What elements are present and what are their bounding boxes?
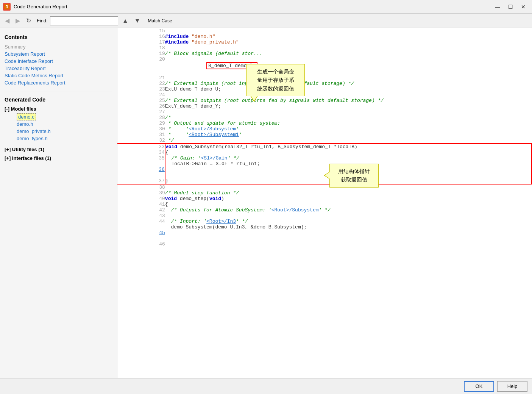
line-number: 27: [117, 109, 165, 115]
line-code: [165, 75, 532, 81]
root-subsystem1-link[interactable]: <Root>/Subsystem1: [189, 132, 239, 138]
table-row: 27: [117, 109, 532, 115]
table-row: 23 ExtU_demo_T demo_U;: [117, 86, 532, 92]
line-code: /* Inport: '<Root>/In3' */: [165, 219, 532, 224]
line-code: * Output and update for atomic system:: [165, 120, 532, 126]
sidebar-item-code-interface[interactable]: Code Interface Report: [5, 58, 112, 64]
line-code: B_demo_T demo_B;: [165, 56, 532, 75]
line-code: {: [165, 150, 532, 155]
line-code: /* Outputs for Atomic SubSystem: '<Root>…: [165, 207, 532, 213]
window-controls: — ☐ ✕: [492, 2, 529, 11]
line-code: [165, 92, 532, 98]
table-row: 30 * '<Root>/Subsystem': [117, 126, 532, 132]
table-row: 46: [117, 241, 532, 247]
line-code: demo_Subsystem(demo_U.In3, &demo_B.Subsy…: [165, 224, 532, 241]
line-code: [165, 45, 532, 51]
close-button[interactable]: ✕: [518, 2, 529, 11]
interface-files-label: [+] Interface files (1): [5, 155, 51, 161]
line-number: 17: [117, 39, 165, 45]
line-code: {: [165, 202, 532, 207]
subsystem-report-link[interactable]: Subsystem Report: [5, 51, 45, 57]
table-row: 38: [117, 184, 532, 190]
line-number: 25: [117, 98, 165, 103]
line-number: 31: [117, 132, 165, 138]
sidebar-item-code-replacements[interactable]: Code Replacements Report: [5, 80, 112, 86]
minimize-button[interactable]: —: [492, 2, 503, 11]
maximize-button[interactable]: ☐: [505, 2, 516, 11]
back-button[interactable]: ◀: [3, 16, 11, 25]
line-code: [165, 241, 532, 247]
table-row: 39 /* Model step function */: [117, 190, 532, 196]
line-number: 26: [117, 103, 165, 109]
line-number: 29: [117, 120, 165, 126]
line-number: 39: [117, 190, 165, 196]
demo-private-h-link[interactable]: demo_private.h: [17, 128, 51, 134]
forward-button[interactable]: ▶: [14, 16, 22, 25]
line-number: 18: [117, 45, 165, 51]
table-row: 16 #include "demo.h": [117, 34, 532, 39]
line-code: [165, 109, 532, 115]
find-label: Find:: [37, 18, 48, 23]
root-subsystem-link1[interactable]: <Root>/Subsystem: [189, 126, 236, 132]
help-button[interactable]: Help: [497, 381, 527, 392]
sidebar-item-subsystem[interactable]: Subsystem Report: [5, 51, 112, 57]
table-row: 44 /* Inport: '<Root>/In3' */: [117, 219, 532, 224]
traceability-report-link[interactable]: Traceability Report: [5, 66, 46, 71]
line-36-link[interactable]: 36: [159, 167, 165, 172]
summary-label: Summary: [5, 44, 26, 50]
find-up-button[interactable]: ▲: [120, 16, 130, 25]
line-45-link[interactable]: 45: [159, 230, 165, 236]
table-row: 17 #include "demo_private.h": [117, 39, 532, 45]
file-item-demo-types-h[interactable]: demo_types.h: [5, 135, 112, 142]
root-subsystem-link2[interactable]: <Root>/Subsystem: [271, 207, 319, 213]
s1-gain-link[interactable]: <S1>/Gain: [201, 155, 227, 161]
file-item-demo-h[interactable]: demo.h: [5, 121, 112, 127]
demo-types-h-link[interactable]: demo_types.h: [17, 136, 48, 141]
root-in3-link[interactable]: <Root>/In3: [206, 219, 236, 224]
interface-files-header[interactable]: [+] Interface files (1): [5, 155, 112, 161]
static-code-metrics-link[interactable]: Static Code Metrics Report: [5, 73, 63, 78]
line-code: [165, 28, 532, 34]
sidebar-item-static-code[interactable]: Static Code Metrics Report: [5, 73, 112, 78]
refresh-button[interactable]: ↻: [24, 16, 33, 25]
tooltip-struct-pointer: 用结构体指针获取返回值: [329, 164, 379, 188]
line-number: 40: [117, 196, 165, 202]
table-row: 40 void demo_step(void): [117, 196, 532, 202]
file-item-demo-c[interactable]: demo.c: [5, 114, 112, 120]
line-number: 30: [117, 126, 165, 132]
demo-c-link[interactable]: demo.c: [17, 113, 36, 120]
line-code: ExtU_demo_T demo_U;: [165, 86, 532, 92]
find-input[interactable]: [50, 16, 118, 25]
bottom-bar: OK Help: [0, 378, 532, 394]
sidebar-item-traceability[interactable]: Traceability Report: [5, 66, 112, 71]
ok-button[interactable]: OK: [464, 381, 494, 392]
file-item-demo-private-h[interactable]: demo_private.h: [5, 128, 112, 134]
line-number: 15: [117, 28, 165, 34]
title-bar: R Code Generation Report — ☐ ✕: [0, 0, 532, 14]
table-row: 24: [117, 92, 532, 98]
code-interface-report-link[interactable]: Code Interface Report: [5, 58, 53, 64]
line-code: #include "demo_private.h": [165, 39, 532, 45]
code-scroll[interactable]: 15 16 #include "demo.h" 17 #include "dem…: [117, 28, 532, 378]
utility-files-header[interactable]: [+] Utility files (1): [5, 146, 112, 153]
line-number: 34: [117, 150, 165, 155]
code-replacements-link[interactable]: Code Replacements Report: [5, 80, 65, 86]
match-case-button[interactable]: Match Case: [145, 17, 176, 25]
line-number: 38: [117, 184, 165, 190]
line-number: 45: [117, 224, 165, 241]
line-number: 16: [117, 34, 165, 39]
line-number: 44: [117, 219, 165, 224]
window-title: Code Generation Report: [14, 4, 67, 9]
line-code: /* Gain: '<S1>/Gain' */: [165, 155, 532, 161]
line-number: 22: [117, 81, 165, 86]
toolbar: ◀ ▶ ↻ Find: ▲ ▼ Match Case: [0, 14, 532, 28]
svg-text:R: R: [5, 5, 8, 9]
find-down-button[interactable]: ▼: [133, 16, 142, 25]
demo-h-link[interactable]: demo.h: [17, 121, 33, 127]
table-row: 19 /* Block signals (default stor...: [117, 51, 532, 56]
utility-files-label: [+] Utility files (1): [5, 147, 44, 152]
line-code: */: [165, 138, 532, 144]
table-row: 45 demo_Subsystem(demo_U.In3, &demo_B.Su…: [117, 224, 532, 241]
contents-title: Contents: [5, 34, 112, 40]
line-code: /* Block signals (default stor...: [165, 51, 532, 56]
